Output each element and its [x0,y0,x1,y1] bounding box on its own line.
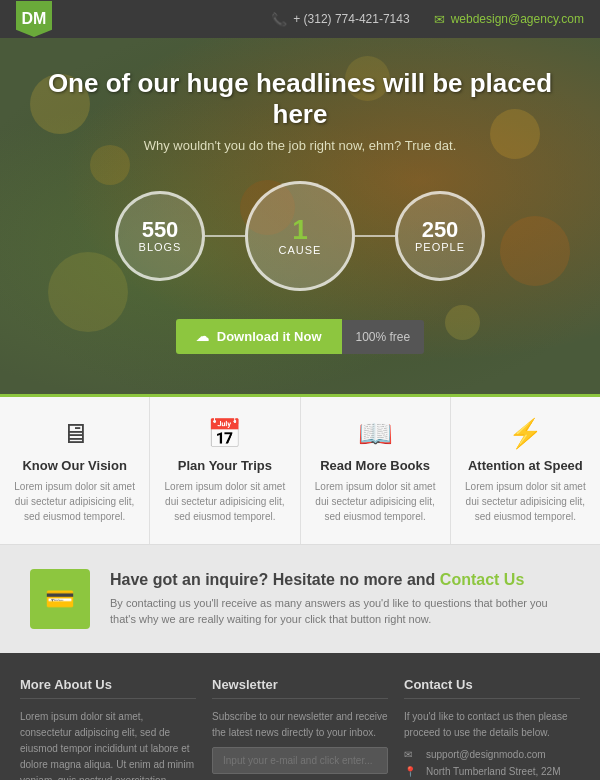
books-desc: Lorem ipsum dolor sit amet dui sectetur … [315,479,436,524]
footer-address-icon: 📍 [404,766,418,777]
footer-address-item: 📍 North Tumberland Street, 22M [404,766,580,777]
feature-trips: 📅 Plan Your Trips Lorem ipsum dolor sit … [150,397,300,544]
stat-people-number: 250 [422,219,459,241]
stat-cause: 1 CAUSE [245,181,355,291]
stat-cause-number: 1 [292,216,308,244]
stats-row: 550 BLOGS 1 CAUSE 250 PEOPLE [20,181,580,291]
speed-desc: Lorem ipsum dolor sit amet dui sectetur … [465,479,586,524]
footer-newsletter: Newsletter Subscribe to our newsletter a… [212,677,388,780]
newsletter-input[interactable] [212,747,388,774]
stat-cause-label: CAUSE [279,244,322,256]
feature-vision: 🖥 Know Our Vision Lorem ipsum dolor sit … [0,397,150,544]
vision-title: Know Our Vision [14,458,135,473]
hero-section: One of our huge headlines will be placed… [0,38,600,394]
trips-desc: Lorem ipsum dolor sit amet dui sectetur … [164,479,285,524]
footer-email-item: ✉ support@designmodo.com [404,749,580,760]
header: DM 📞 + (312) 774-421-7143 ✉ webdesign@ag… [0,0,600,38]
email-icon: ✉ [434,12,445,27]
features-section: 🖥 Know Our Vision Lorem ipsum dolor sit … [0,394,600,544]
trips-icon: 📅 [164,417,285,450]
footer-contact-title: Contact Us [404,677,580,699]
phone-contact: 📞 + (312) 774-421-7143 [271,12,409,27]
stat-blogs-label: BLOGS [139,241,182,253]
footer: More About Us Lorem ipsum dolor sit amet… [0,653,600,780]
footer-about-text: Lorem ipsum dolor sit amet, consectetur … [20,709,196,780]
speed-title: Attention at Speed [465,458,586,473]
footer-contact: Contact Us If you'd like to contact us t… [404,677,580,780]
footer-newsletter-title: Newsletter [212,677,388,699]
footer-address: North Tumberland Street, 22M [426,766,561,777]
hero-content: One of our huge headlines will be placed… [20,68,580,354]
hero-subheadline: Why wouldn't you do the job right now, e… [20,138,580,153]
download-row: ☁ Download it Now 100% free [20,319,580,354]
phone-icon: 📞 [271,12,287,27]
free-badge: 100% free [342,320,425,354]
speed-icon: ⚡ [465,417,586,450]
download-label: Download it Now [217,329,322,344]
feature-books: 📖 Read More Books Lorem ipsum dolor sit … [301,397,451,544]
hero-headline: One of our huge headlines will be placed… [20,68,580,130]
stat-people-label: PEOPLE [415,241,465,253]
stat-people: 250 PEOPLE [395,191,485,281]
cta-icon: 💳 [30,569,90,629]
footer-email-icon: ✉ [404,749,418,760]
cta-text: Have got an inquire? Hesitate no more an… [110,571,570,628]
cta-desc: By contacting us you'll receive as many … [110,595,570,628]
feature-speed: ⚡ Attention at Speed Lorem ipsum dolor s… [451,397,600,544]
contact-us-link[interactable]: Contact Us [440,571,524,588]
stat-blogs: 550 BLOGS [115,191,205,281]
logo: DM [16,1,52,37]
footer-about-title: More About Us [20,677,196,699]
vision-icon: 🖥 [14,417,135,450]
cta-section: 💳 Have got an inquire? Hesitate no more … [0,544,600,653]
email-link[interactable]: webdesign@agency.com [451,12,584,26]
phone-number: + (312) 774-421-7143 [293,12,409,26]
footer-newsletter-text: Subscribe to our newsletter and receive … [212,709,388,741]
wallet-icon: 💳 [45,585,75,613]
stat-line-1 [205,235,245,237]
books-title: Read More Books [315,458,436,473]
stat-line-2 [355,235,395,237]
footer-contact-intro: If you'd like to contact us then please … [404,709,580,741]
trips-title: Plan Your Trips [164,458,285,473]
cta-heading: Have got an inquire? Hesitate no more an… [110,571,570,589]
vision-desc: Lorem ipsum dolor sit amet dui sectetur … [14,479,135,524]
download-button[interactable]: ☁ Download it Now [176,319,342,354]
header-contacts: 📞 + (312) 774-421-7143 ✉ webdesign@agenc… [271,12,584,27]
stat-blogs-number: 550 [142,219,179,241]
books-icon: 📖 [315,417,436,450]
email-contact: ✉ webdesign@agency.com [434,12,584,27]
cta-heading-text: Have got an inquire? Hesitate no more an… [110,571,435,588]
footer-about: More About Us Lorem ipsum dolor sit amet… [20,677,196,780]
footer-email: support@designmodo.com [426,749,546,760]
cloud-icon: ☁ [196,329,209,344]
